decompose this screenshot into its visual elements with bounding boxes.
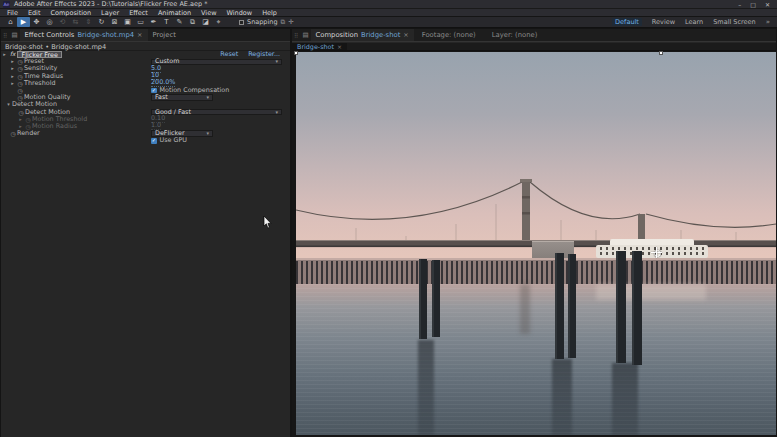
water-ripples (296, 284, 776, 435)
twirl-icon: ▸ (17, 116, 24, 123)
mouse-cursor (263, 216, 272, 229)
pan-camera-tool-icon: ⇆ (69, 17, 82, 27)
stopwatch-icon[interactable]: ◷ (17, 109, 25, 116)
tab-close-icon[interactable]: × (403, 31, 408, 39)
effect-header-row[interactable]: ▸ fx Flicker Free Reset Register... (1, 51, 290, 58)
menu-view[interactable]: View (196, 9, 221, 17)
menu-file[interactable]: File (2, 9, 23, 17)
viewer-tab-bridge-shot[interactable]: Bridge-shot × (292, 43, 347, 50)
reset-link[interactable]: Reset (220, 51, 238, 58)
preset-dropdown[interactable]: Custom▾ (151, 59, 282, 66)
type-tool-icon[interactable]: T (160, 17, 173, 27)
snap-option-2-icon[interactable]: ✛ (288, 18, 293, 26)
composition-tabbar: ⠿ ▤ Composition Bridge-shot × Footage: (… (292, 29, 776, 42)
workspace-default[interactable]: Default (612, 18, 642, 26)
stopwatch-icon[interactable]: ◷ (16, 87, 24, 94)
row-threshold: ▸ ◷ Threshold 200.0% (1, 80, 290, 87)
twirl-icon[interactable]: ▸ (1, 51, 8, 58)
detect-motion-dropdown[interactable]: Good / Fast▾ (151, 109, 282, 116)
twirl-open-icon[interactable]: ▾ (5, 101, 12, 108)
selection-tool-icon[interactable]: ▶ (17, 17, 30, 27)
tab-effect-controls[interactable]: Effect Controls Bridge-shot.mp4 × (20, 29, 148, 41)
hand-tool-icon[interactable]: ✥ (30, 17, 43, 27)
motion-quality-dropdown[interactable]: Fast▾ (151, 94, 213, 101)
window-title: Adobe After Effects 2023 - D:\Tutorials\… (14, 0, 207, 8)
ferry-reflection (596, 284, 706, 300)
layer-anchor-point[interactable] (652, 248, 661, 257)
tool-bar: ⌂ ▶ ✥ ◎ ⟲ ⇆ ⇕ ↻ ⊠ ▣ ▭ ✒ T ✎ ⧉ ◪ ⌖ Snappi… (0, 17, 777, 28)
stopwatch-icon[interactable]: ◷ (16, 65, 24, 72)
viewer-tab-strip: Bridge-shot × (292, 43, 776, 51)
panel-menu-icon[interactable]: ▤ (9, 29, 19, 41)
clone-stamp-tool-icon[interactable]: ⧉ (186, 17, 199, 27)
effect-properties-list: ▸ fx Flicker Free Reset Register... ▸ ◷ … (1, 51, 290, 144)
shape-tool-icon[interactable]: ▭ (134, 17, 147, 27)
composition-viewport[interactable] (292, 51, 776, 437)
camera-tool-icon[interactable]: ⊠ (108, 17, 121, 27)
layer-handle-top-center[interactable] (659, 51, 663, 55)
workspace-review[interactable]: Review (652, 18, 675, 26)
workspace-overflow-icon[interactable]: » (766, 18, 770, 26)
puppet-pin-tool-icon[interactable]: ⌖ (212, 17, 225, 27)
use-gpu-checkbox[interactable]: ✓ (151, 138, 157, 144)
register-link[interactable]: Register... (248, 51, 280, 58)
tab-close-icon[interactable]: × (137, 31, 142, 39)
panel-grip-icon[interactable]: ⠿ (292, 29, 300, 41)
dolly-camera-tool-icon: ⇕ (82, 17, 95, 27)
snap-option-1-icon[interactable]: ⧉ (281, 18, 286, 26)
home-tool-icon[interactable]: ⌂ (4, 17, 17, 27)
viewer-tab-close-icon[interactable]: × (337, 43, 342, 50)
chevron-down-icon: ▾ (206, 94, 209, 101)
workspace-small-screen[interactable]: Small Screen (713, 18, 755, 26)
stopwatch-icon[interactable]: ◷ (16, 94, 24, 101)
tab-project[interactable]: Project (148, 29, 181, 41)
menu-animation[interactable]: Animation (153, 9, 196, 17)
twirl-icon[interactable]: ▸ (9, 58, 16, 65)
orbit-camera-tool-icon: ⟲ (56, 17, 69, 27)
zoom-tool-icon[interactable]: ◎ (43, 17, 56, 27)
post-reflection (612, 363, 638, 435)
chevron-down-icon: ▾ (275, 109, 278, 116)
brush-tool-icon[interactable]: ✎ (173, 17, 186, 27)
close-button[interactable]: ✕ (765, 0, 770, 9)
panel-menu-icon[interactable]: ▤ (300, 29, 310, 41)
menu-effect[interactable]: Effect (124, 9, 153, 17)
menu-help[interactable]: Help (257, 9, 282, 17)
maximize-button[interactable]: □ (750, 0, 756, 9)
tab-footage[interactable]: Footage: (none) (414, 29, 484, 41)
panel-grip-icon[interactable]: ⠿ (1, 29, 9, 41)
workspace-bar: Default Review Learn Small Screen » (612, 18, 773, 26)
stopwatch-icon[interactable]: ◷ (16, 80, 24, 87)
pen-tool-icon[interactable]: ✒ (147, 17, 160, 27)
row-render: ◷ Render DeFlicker▾ (1, 130, 290, 137)
stopwatch-icon[interactable]: ◷ (9, 130, 17, 137)
fx-badge-icon: fx (8, 51, 17, 58)
pan-behind-tool-icon[interactable]: ▣ (121, 17, 134, 27)
twirl-icon[interactable]: ▸ (9, 80, 16, 87)
chevron-down-icon: ▾ (206, 130, 209, 137)
menu-layer[interactable]: Layer (96, 9, 124, 17)
tab-layer[interactable]: Layer: (none) (484, 29, 546, 41)
chevron-down-icon: ▾ (275, 58, 278, 65)
stopwatch-icon[interactable]: ◷ (16, 73, 24, 80)
eraser-tool-icon[interactable]: ◪ (199, 17, 212, 27)
effect-controls-panel: ⠿ ▤ Effect Controls Bridge-shot.mp4 × Pr… (1, 29, 290, 437)
tab-composition[interactable]: Composition Bridge-shot × (311, 29, 414, 41)
workspace-learn[interactable]: Learn (685, 18, 703, 26)
row-motion-quality: ◷ Motion Quality Fast▾ (1, 94, 290, 101)
twirl-icon[interactable]: ▸ (9, 73, 16, 80)
bridge-shot-image (296, 52, 776, 435)
post-reflection (418, 340, 434, 435)
row-motion-radius: ▸ ◷ Motion Radius 1.0 (1, 123, 290, 130)
snapping-checkbox[interactable] (239, 20, 244, 25)
menu-window[interactable]: Window (222, 9, 258, 17)
minimize-button[interactable]: – (738, 0, 741, 9)
layer-handle-top-left[interactable] (294, 51, 298, 55)
menu-composition[interactable]: Composition (45, 9, 96, 17)
menu-edit[interactable]: Edit (23, 9, 46, 17)
stopwatch-icon[interactable]: ◷ (16, 58, 24, 65)
rotation-tool-icon[interactable]: ↻ (95, 17, 108, 27)
post-reflection (552, 359, 572, 435)
row-use-gpu: ✓Use GPU (1, 137, 290, 144)
twirl-icon[interactable]: ▸ (9, 65, 16, 72)
